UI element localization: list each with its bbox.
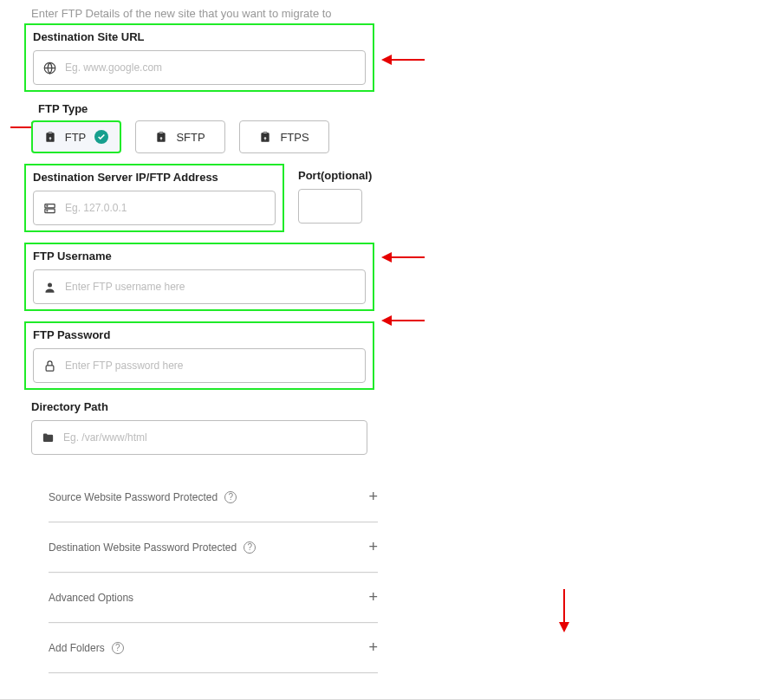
plus-icon: + [368, 538, 378, 556]
dir-path-input-wrap[interactable] [31, 420, 367, 455]
plus-icon: + [368, 588, 378, 606]
expander-advanced-options[interactable]: Advanced Options + [49, 573, 378, 623]
ftp-username-group: FTP Username [24, 243, 374, 311]
ftp-type-option-label: FTP [65, 131, 87, 144]
server-ip-label: Destination Server IP/FTP Address [33, 171, 276, 184]
clipboard-icon [259, 131, 271, 143]
expander-list: Source Website Password Protected ? + De… [49, 472, 378, 673]
folder-icon [41, 431, 55, 444]
expander-title: Add Folders [49, 642, 105, 654]
annotation-arrow-dest-url [381, 54, 425, 66]
lock-icon [42, 360, 56, 373]
ftp-password-input-wrap[interactable] [33, 348, 366, 383]
dest-url-input-wrap[interactable] [33, 50, 366, 85]
help-icon[interactable]: ? [244, 541, 256, 554]
dest-url-group: Destination Site URL [24, 23, 374, 92]
page-intro-text: Enter FTP Details of the new site that y… [31, 7, 760, 20]
dest-url-input[interactable] [65, 62, 356, 74]
user-icon [42, 281, 56, 294]
clipboard-icon [155, 131, 167, 143]
ftp-type-option-label: SFTP [176, 131, 205, 144]
ftp-password-group: FTP Password [24, 321, 374, 390]
port-label: Port(optional) [298, 169, 376, 182]
server-ip-input-wrap[interactable] [33, 191, 276, 225]
expander-title: Destination Website Password Protected [49, 541, 237, 554]
ftp-type-row: FTP SFTP FTPS [31, 120, 760, 153]
plus-icon: + [368, 638, 378, 657]
expander-add-folders[interactable]: Add Folders ? + [49, 623, 378, 673]
annotation-arrow-ftp-pass [381, 314, 425, 327]
ftp-type-label: FTP Type [38, 102, 760, 115]
help-icon[interactable]: ? [224, 491, 237, 503]
server-port-row: Destination Server IP/FTP Address Port(o… [24, 164, 760, 232]
expander-destination-password[interactable]: Destination Website Password Protected ?… [49, 522, 378, 573]
server-ip-group: Destination Server IP/FTP Address [24, 164, 284, 232]
annotation-arrow-migrate [558, 589, 570, 632]
ftp-username-input-wrap[interactable] [33, 269, 366, 304]
ftp-password-label: FTP Password [33, 328, 366, 341]
expander-title: Advanced Options [49, 592, 133, 604]
ftp-username-input[interactable] [65, 281, 356, 293]
ftp-password-input[interactable] [65, 360, 356, 372]
expander-title: Source Website Password Protected [49, 491, 218, 503]
annotation-arrow-ftp-user [381, 251, 425, 263]
ftp-type-section: FTP Type FTP SFTP FTPS [31, 102, 760, 153]
ftp-username-label: FTP Username [33, 250, 366, 262]
ftp-type-option-sftp[interactable]: SFTP [135, 120, 225, 153]
port-group: Port(optional) [298, 164, 376, 232]
svg-point-5 [48, 282, 52, 287]
help-icon[interactable]: ? [112, 642, 124, 654]
dir-path-label: Directory Path [31, 400, 367, 413]
dir-path-input[interactable] [63, 431, 358, 444]
globe-icon [42, 62, 56, 75]
ftp-type-option-label: FTPS [280, 131, 309, 144]
svg-point-4 [46, 210, 47, 211]
expander-source-password[interactable]: Source Website Password Protected ? + [49, 472, 378, 522]
server-ip-input[interactable] [65, 202, 266, 214]
ftp-type-option-ftp[interactable]: FTP [31, 120, 121, 153]
plus-icon: + [368, 488, 378, 506]
svg-rect-6 [46, 365, 54, 370]
server-icon [42, 202, 56, 215]
dir-path-group: Directory Path [24, 400, 374, 455]
clipboard-icon [44, 131, 56, 143]
port-input[interactable] [298, 189, 362, 224]
check-icon [94, 130, 108, 144]
dest-url-label: Destination Site URL [33, 30, 366, 43]
ftp-type-option-ftps[interactable]: FTPS [239, 120, 329, 153]
svg-point-3 [46, 205, 47, 206]
